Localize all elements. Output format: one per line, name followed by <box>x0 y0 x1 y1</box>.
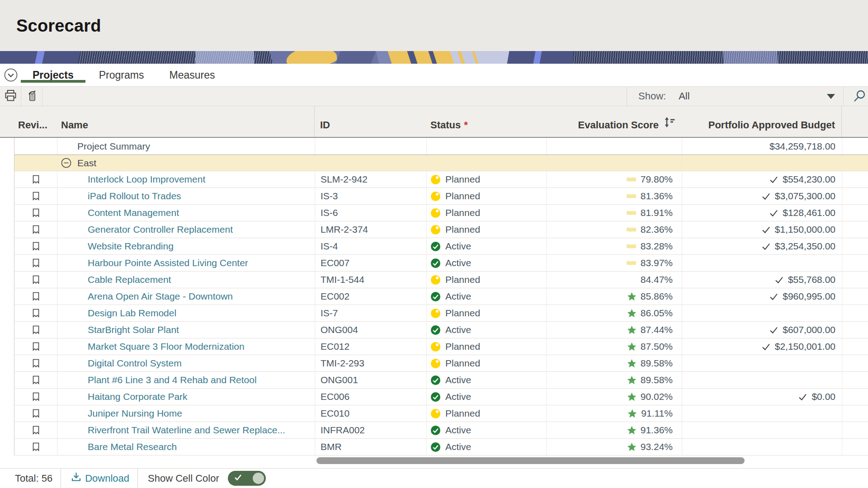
project-name-link[interactable]: StarBright Solar Plant <box>88 324 179 335</box>
project-name-link[interactable]: Design Lab Remodel <box>88 308 176 319</box>
column-header-id[interactable]: ID <box>315 119 426 137</box>
table-row[interactable]: Generator Controller Replacement LMR-2-3… <box>14 221 868 238</box>
project-name-link[interactable]: Content Management <box>88 207 179 218</box>
show-filter-dropdown[interactable]: Show: All <box>627 87 843 106</box>
table-row[interactable]: Design Lab Remodel IS-7 Planned 86.05% <box>14 305 868 322</box>
summary-row[interactable]: Project Summary $34,259,718.00 <box>14 138 868 155</box>
name-cell: Haitang Corporate Park <box>57 389 315 405</box>
review-flag-icon[interactable] <box>31 208 41 218</box>
table-row[interactable]: Arena Open Air Stage - Downtown EC002 Ac… <box>14 288 868 305</box>
table-row[interactable]: StarBright Solar Plant ONG004 Active 87.… <box>14 322 868 338</box>
review-cell <box>14 272 57 288</box>
search-icon[interactable] <box>851 87 868 105</box>
evaluation-score-cell: 84.47% <box>547 272 682 288</box>
name-cell: Content Management <box>57 205 315 221</box>
project-name-link[interactable]: Website Rebranding <box>88 241 174 252</box>
review-flag-icon[interactable] <box>31 358 41 369</box>
budget-cell: $55,768.00 <box>682 272 842 288</box>
review-flag-icon[interactable] <box>31 275 41 285</box>
project-name-link[interactable]: Plant #6 Line 3 and 4 Rehab and Retool <box>88 375 257 385</box>
toolbar: Show: All <box>0 86 868 106</box>
project-name-link[interactable]: Interlock Loop Improvement <box>88 174 205 185</box>
name-cell: Plant #6 Line 3 and 4 Rehab and Retool <box>57 372 315 388</box>
review-flag-icon[interactable] <box>31 191 41 202</box>
table-row[interactable]: Bare Metal Research BMR Active 93.24% <box>14 439 868 455</box>
table-row[interactable]: Digital Control System TMI-2-293 Planned… <box>14 355 868 372</box>
table-row[interactable]: Cable Replacement TMI-1-544 Planned 84.4… <box>14 272 868 288</box>
project-name-link[interactable]: Bare Metal Research <box>88 441 177 452</box>
review-flag-icon[interactable] <box>31 425 41 436</box>
budget-value: $3,254,350.00 <box>775 241 835 252</box>
toggle-knob <box>253 473 264 484</box>
status-label: Active <box>445 375 471 385</box>
budget-cell <box>682 372 842 388</box>
recalculate-button[interactable] <box>21 87 42 105</box>
review-flag-icon[interactable] <box>31 442 41 452</box>
collapse-group-icon[interactable] <box>61 157 72 169</box>
project-name-link[interactable]: Generator Controller Replacement <box>88 224 233 235</box>
tab-programs[interactable]: Programs <box>86 64 157 86</box>
column-header-evaluation-score[interactable]: Evaluation Score <box>546 117 682 137</box>
project-name-link[interactable]: Cable Replacement <box>88 274 171 285</box>
review-flag-icon[interactable] <box>31 291 41 302</box>
table-row[interactable]: Harbour Pointe Assisted Living Center EC… <box>14 255 868 272</box>
project-name-link[interactable]: Market Square 3 Floor Modernization <box>88 341 245 352</box>
tab-projects[interactable]: Projects <box>20 64 86 86</box>
project-name-link[interactable]: iPad Rollout to Trades <box>88 191 181 202</box>
review-flag-icon[interactable] <box>31 225 41 235</box>
status-cell: Planned <box>427 405 547 422</box>
table-row[interactable]: Interlock Loop Improvement SLM-2-942 Pla… <box>14 171 868 188</box>
scrollbar-thumb[interactable] <box>316 457 745 464</box>
table-row[interactable]: Content Management IS-6 Planned 81.91% <box>14 205 868 221</box>
review-cell <box>14 188 57 204</box>
column-header-id-label: ID <box>320 119 330 131</box>
column-header-status[interactable]: Status* <box>426 119 546 137</box>
evaluation-score-value: 81.91% <box>641 207 673 218</box>
app-header: Scorecard <box>0 0 868 51</box>
review-flag-icon[interactable] <box>31 308 41 319</box>
total-count: Total: 56 <box>15 473 52 484</box>
table-row[interactable]: Market Square 3 Floor Modernization EC01… <box>14 338 868 355</box>
table-row[interactable]: Riverfront Trail Waterline and Sewer Rep… <box>14 422 868 439</box>
table-row[interactable]: Website Rebranding IS-4 Active 83.28% <box>14 238 868 255</box>
collapse-tabs-icon[interactable] <box>4 68 18 82</box>
table-row[interactable]: Haitang Corporate Park EC006 Active 90.0… <box>14 389 868 405</box>
download-button[interactable]: Download <box>71 472 129 485</box>
id-cell: IS-3 <box>315 188 427 204</box>
review-flag-icon[interactable] <box>31 325 41 335</box>
column-header-review[interactable]: Revi... <box>14 119 57 137</box>
horizontal-scrollbar[interactable] <box>0 457 868 465</box>
evaluation-score-value: 79.80% <box>641 174 673 185</box>
print-button[interactable] <box>0 87 21 105</box>
review-flag-icon[interactable] <box>31 342 41 352</box>
column-header-name[interactable]: Name <box>57 106 315 137</box>
review-flag-icon[interactable] <box>31 241 41 252</box>
evaluation-score-cell: 85.86% <box>547 288 682 305</box>
status-label: Active <box>445 441 471 452</box>
project-name-link[interactable]: Riverfront Trail Waterline and Sewer Rep… <box>88 425 285 436</box>
evaluation-score-value: 91.36% <box>641 425 673 436</box>
review-flag-icon[interactable] <box>31 408 41 419</box>
project-name-link[interactable]: Arena Open Air Stage - Downtown <box>88 291 233 302</box>
project-name-link[interactable]: Juniper Nursing Home <box>88 408 182 419</box>
column-header-budget-label: Portfolio Approved Budget <box>708 119 835 131</box>
project-name-link[interactable]: Haitang Corporate Park <box>88 391 188 402</box>
table-row[interactable]: iPad Rollout to Trades IS-3 Planned 81.3… <box>14 188 868 205</box>
table-row[interactable]: Juniper Nursing Home EC010 Planned 91.11… <box>14 405 868 422</box>
column-header-budget[interactable]: Portfolio Approved Budget <box>682 106 842 137</box>
project-name-link[interactable]: Digital Control System <box>88 358 182 369</box>
approved-check-icon <box>769 325 778 335</box>
group-name-label: East <box>77 158 96 169</box>
review-flag-icon[interactable] <box>31 392 41 402</box>
review-flag-icon[interactable] <box>31 375 41 385</box>
tab-measures[interactable]: Measures <box>156 64 227 86</box>
active-status-icon <box>430 291 441 302</box>
table-row[interactable]: Plant #6 Line 3 and 4 Rehab and Retool O… <box>14 372 868 389</box>
review-flag-icon[interactable] <box>31 174 41 185</box>
project-name-link[interactable]: Harbour Pointe Assisted Living Center <box>88 258 248 268</box>
show-cell-color-toggle[interactable] <box>228 471 266 486</box>
review-flag-icon[interactable] <box>31 258 41 268</box>
star-score-icon <box>627 359 637 368</box>
name-cell: iPad Rollout to Trades <box>57 188 315 204</box>
group-row-east[interactable]: East <box>14 155 868 171</box>
